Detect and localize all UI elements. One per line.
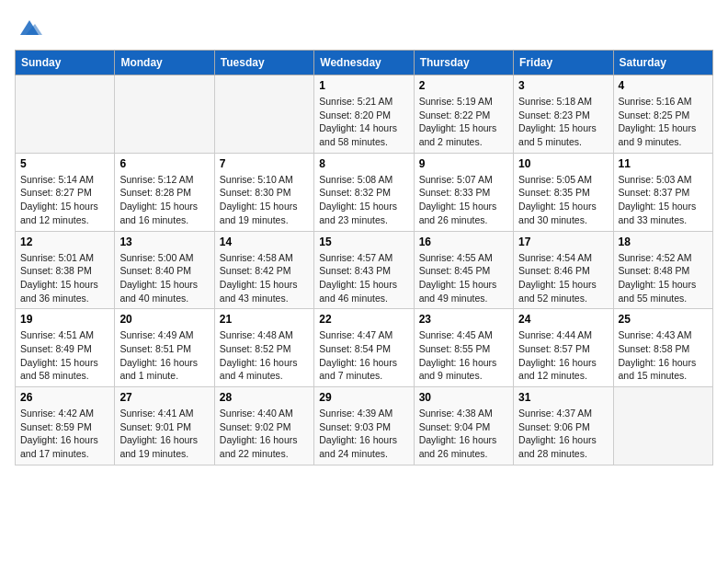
day-info: Sunrise: 5:16 AM Sunset: 8:25 PM Dayligh…: [619, 95, 708, 149]
day-cell: 22Sunrise: 4:47 AM Sunset: 8:54 PM Dayli…: [314, 309, 414, 387]
day-number: 5: [20, 157, 109, 170]
day-info: Sunrise: 5:19 AM Sunset: 8:22 PM Dayligh…: [419, 95, 508, 149]
day-info: Sunrise: 5:07 AM Sunset: 8:33 PM Dayligh…: [419, 173, 508, 227]
day-info: Sunrise: 4:54 AM Sunset: 8:46 PM Dayligh…: [518, 251, 608, 305]
day-cell: 18Sunrise: 4:52 AM Sunset: 8:48 PM Dayli…: [613, 231, 712, 309]
day-number: 10: [518, 157, 608, 170]
day-cell: 2Sunrise: 5:19 AM Sunset: 8:22 PM Daylig…: [414, 75, 513, 154]
page-header: [15, 15, 713, 40]
day-info: Sunrise: 5:05 AM Sunset: 8:35 PM Dayligh…: [518, 173, 608, 227]
day-cell: 8Sunrise: 5:08 AM Sunset: 8:32 PM Daylig…: [314, 153, 414, 231]
weekday-header-tuesday: Tuesday: [214, 51, 313, 75]
logo: [15, 15, 42, 40]
day-info: Sunrise: 4:48 AM Sunset: 8:52 PM Dayligh…: [220, 328, 309, 383]
weekday-header-saturday: Saturday: [613, 51, 712, 75]
day-info: Sunrise: 4:42 AM Sunset: 8:59 PM Dayligh…: [20, 407, 109, 461]
day-cell: 30Sunrise: 4:38 AM Sunset: 9:04 PM Dayli…: [414, 387, 513, 465]
day-number: 13: [119, 236, 209, 248]
day-cell: 24Sunrise: 4:44 AM Sunset: 8:57 PM Dayli…: [514, 309, 613, 387]
day-info: Sunrise: 4:44 AM Sunset: 8:57 PM Dayligh…: [518, 328, 608, 383]
day-number: 9: [419, 157, 508, 170]
day-cell: 10Sunrise: 5:05 AM Sunset: 8:35 PM Dayli…: [514, 153, 613, 231]
day-cell: [16, 75, 115, 154]
day-cell: 25Sunrise: 4:43 AM Sunset: 8:58 PM Dayli…: [613, 309, 712, 387]
day-number: 19: [20, 313, 109, 326]
day-info: Sunrise: 5:01 AM Sunset: 8:38 PM Dayligh…: [20, 251, 109, 305]
day-number: 23: [419, 313, 508, 326]
day-number: 28: [220, 391, 309, 404]
day-info: Sunrise: 4:40 AM Sunset: 9:02 PM Dayligh…: [220, 407, 309, 461]
day-number: 26: [20, 391, 109, 404]
day-number: 24: [518, 313, 608, 326]
day-info: Sunrise: 4:49 AM Sunset: 8:51 PM Dayligh…: [119, 328, 209, 383]
day-cell: [214, 75, 313, 154]
day-number: 31: [518, 391, 608, 404]
day-cell: 12Sunrise: 5:01 AM Sunset: 8:38 PM Dayli…: [16, 231, 115, 309]
day-info: Sunrise: 4:47 AM Sunset: 8:54 PM Dayligh…: [319, 328, 408, 383]
day-cell: 14Sunrise: 4:58 AM Sunset: 8:42 PM Dayli…: [214, 231, 313, 309]
logo-icon: [17, 15, 42, 40]
day-info: Sunrise: 4:37 AM Sunset: 9:06 PM Dayligh…: [518, 407, 608, 461]
day-number: 20: [119, 313, 209, 326]
week-row-2: 5Sunrise: 5:14 AM Sunset: 8:27 PM Daylig…: [16, 153, 713, 231]
weekday-header-friday: Friday: [514, 51, 613, 75]
weekday-header-thursday: Thursday: [414, 51, 513, 75]
day-info: Sunrise: 5:12 AM Sunset: 8:28 PM Dayligh…: [119, 173, 209, 227]
day-number: 30: [419, 391, 508, 404]
day-cell: 15Sunrise: 4:57 AM Sunset: 8:43 PM Dayli…: [314, 231, 414, 309]
day-number: 18: [619, 236, 708, 248]
day-number: 16: [419, 236, 508, 248]
day-info: Sunrise: 4:52 AM Sunset: 8:48 PM Dayligh…: [619, 251, 708, 305]
day-number: 25: [619, 313, 708, 326]
day-cell: 23Sunrise: 4:45 AM Sunset: 8:55 PM Dayli…: [414, 309, 513, 387]
day-number: 11: [619, 157, 708, 170]
day-number: 12: [20, 236, 109, 248]
day-number: 3: [518, 79, 608, 92]
calendar-table: SundayMondayTuesdayWednesdayThursdayFrid…: [15, 50, 713, 465]
day-info: Sunrise: 5:00 AM Sunset: 8:40 PM Dayligh…: [119, 251, 209, 305]
day-info: Sunrise: 4:58 AM Sunset: 8:42 PM Dayligh…: [220, 251, 309, 305]
day-cell: 20Sunrise: 4:49 AM Sunset: 8:51 PM Dayli…: [115, 309, 214, 387]
day-number: 22: [319, 313, 408, 326]
day-info: Sunrise: 4:41 AM Sunset: 9:01 PM Dayligh…: [119, 407, 209, 461]
day-number: 21: [220, 313, 309, 326]
day-info: Sunrise: 4:45 AM Sunset: 8:55 PM Dayligh…: [419, 328, 508, 383]
day-cell: 16Sunrise: 4:55 AM Sunset: 8:45 PM Dayli…: [414, 231, 513, 309]
day-info: Sunrise: 5:21 AM Sunset: 8:20 PM Dayligh…: [319, 95, 408, 149]
day-cell: 19Sunrise: 4:51 AM Sunset: 8:49 PM Dayli…: [16, 309, 115, 387]
day-number: 15: [319, 236, 408, 248]
day-cell: [613, 387, 712, 465]
day-number: 4: [619, 79, 708, 92]
day-cell: 11Sunrise: 5:03 AM Sunset: 8:37 PM Dayli…: [613, 153, 712, 231]
day-cell: 4Sunrise: 5:16 AM Sunset: 8:25 PM Daylig…: [613, 75, 712, 154]
day-number: 17: [518, 236, 608, 248]
day-cell: 21Sunrise: 4:48 AM Sunset: 8:52 PM Dayli…: [214, 309, 313, 387]
day-info: Sunrise: 5:14 AM Sunset: 8:27 PM Dayligh…: [20, 173, 109, 227]
day-cell: 31Sunrise: 4:37 AM Sunset: 9:06 PM Dayli…: [514, 387, 613, 465]
day-cell: 26Sunrise: 4:42 AM Sunset: 8:59 PM Dayli…: [16, 387, 115, 465]
day-number: 7: [220, 157, 309, 170]
day-cell: 27Sunrise: 4:41 AM Sunset: 9:01 PM Dayli…: [115, 387, 214, 465]
day-info: Sunrise: 4:38 AM Sunset: 9:04 PM Dayligh…: [419, 407, 508, 461]
day-info: Sunrise: 5:03 AM Sunset: 8:37 PM Dayligh…: [619, 173, 708, 227]
day-cell: 28Sunrise: 4:40 AM Sunset: 9:02 PM Dayli…: [214, 387, 313, 465]
day-number: 1: [319, 79, 408, 92]
weekday-header-monday: Monday: [115, 51, 214, 75]
weekday-header-sunday: Sunday: [16, 51, 115, 75]
weekday-header-row: SundayMondayTuesdayWednesdayThursdayFrid…: [16, 51, 713, 75]
day-cell: [115, 75, 214, 154]
day-number: 27: [119, 391, 209, 404]
day-cell: 17Sunrise: 4:54 AM Sunset: 8:46 PM Dayli…: [514, 231, 613, 309]
weekday-header-wednesday: Wednesday: [314, 51, 414, 75]
day-cell: 7Sunrise: 5:10 AM Sunset: 8:30 PM Daylig…: [214, 153, 313, 231]
day-cell: 3Sunrise: 5:18 AM Sunset: 8:23 PM Daylig…: [514, 75, 613, 154]
day-number: 6: [119, 157, 209, 170]
day-number: 8: [319, 157, 408, 170]
day-cell: 5Sunrise: 5:14 AM Sunset: 8:27 PM Daylig…: [16, 153, 115, 231]
day-cell: 1Sunrise: 5:21 AM Sunset: 8:20 PM Daylig…: [314, 75, 414, 154]
day-info: Sunrise: 5:10 AM Sunset: 8:30 PM Dayligh…: [220, 173, 309, 227]
day-info: Sunrise: 4:51 AM Sunset: 8:49 PM Dayligh…: [20, 328, 109, 383]
day-info: Sunrise: 4:55 AM Sunset: 8:45 PM Dayligh…: [419, 251, 508, 305]
day-info: Sunrise: 5:18 AM Sunset: 8:23 PM Dayligh…: [518, 95, 608, 149]
week-row-5: 26Sunrise: 4:42 AM Sunset: 8:59 PM Dayli…: [16, 387, 713, 465]
